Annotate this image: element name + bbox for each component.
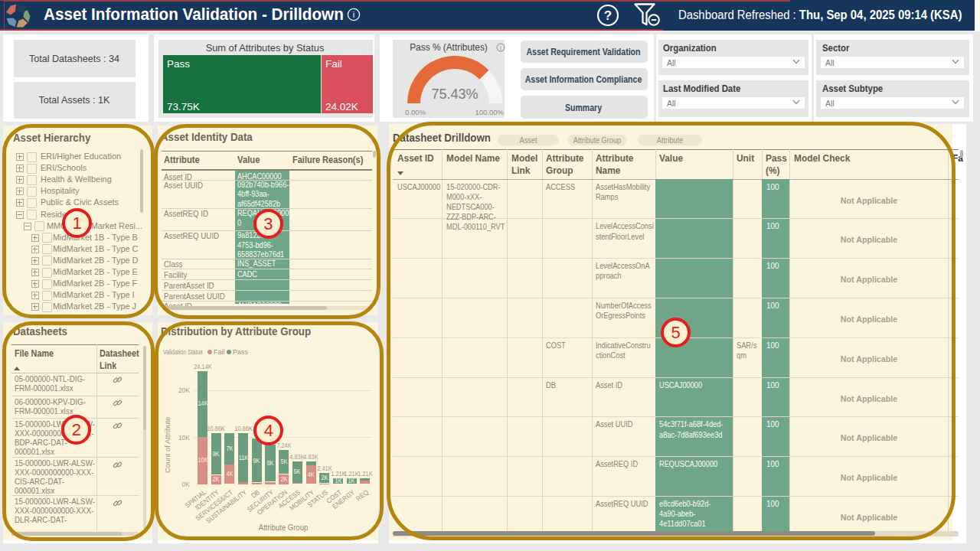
svg-text:?: ? — [604, 8, 612, 23]
svg-text:i: i — [500, 44, 501, 51]
svg-text:i: i — [353, 10, 354, 19]
